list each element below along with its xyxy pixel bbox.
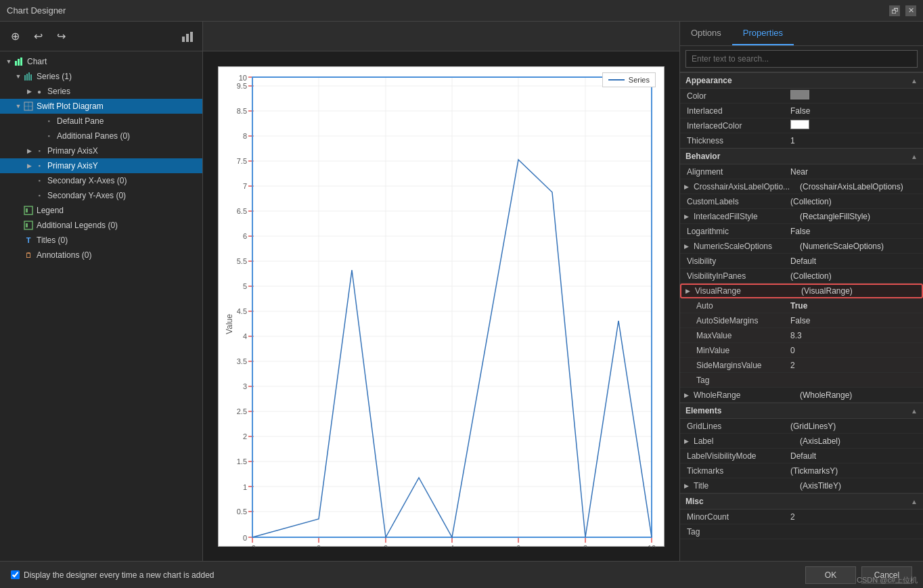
svg-text:2.5: 2.5 [237,407,247,415]
chart-icon [14,56,24,67]
tree-label-series-group: Series (1) [37,72,72,81]
tree-item-additional-panes[interactable]: ▪ Additional Panes (0) [0,129,202,143]
prop-visibility: Visibility Default [680,254,923,269]
tree-arrow-series: ▶ [24,87,34,96]
prop-tag-misc: Tag [680,524,923,539]
legend-line [608,79,625,81]
tree-arrow-swift-plot: ▼ [14,101,23,111]
chart-icon-button[interactable] [178,27,197,46]
tree-item-additional-legends[interactable]: Additional Legends (0) [0,218,202,233]
secondary-x-icon: ▪ [34,175,45,186]
undo-button[interactable]: ↩ [28,27,47,46]
chart-toolbar [203,22,679,51]
svg-text:8.5: 8.5 [237,107,247,115]
watermark: CSDN @c#上位机 [857,575,918,585]
svg-text:6.5: 6.5 [237,207,247,215]
tree-item-swift-plot[interactable]: ▼ Swift Plot Diagram [0,99,202,114]
prop-grid-lines: GridLines (GridLinesY) [680,419,923,434]
tree-arrow-primary-axisx: ▶ [24,146,34,156]
svg-text:2: 2 [384,544,388,547]
svg-text:9.5: 9.5 [237,82,247,90]
svg-text:6: 6 [516,544,520,547]
color-swatch-color[interactable] [790,90,809,99]
tree-item-primary-axisx[interactable]: ▶ ▪ Primary AxisX [0,143,202,158]
tree-item-chart[interactable]: ▼ Chart [0,54,202,69]
close-button[interactable]: ✕ [905,5,916,16]
svg-rect-4 [18,59,20,66]
ok-button[interactable]: OK [805,566,856,584]
svg-rect-0 [182,37,185,42]
svg-text:8: 8 [583,544,587,547]
crosshair-expand[interactable]: ▶ [681,182,691,191]
bottom-bar: Display the designer every time a new ch… [0,561,923,588]
label-expand[interactable]: ▶ [681,436,691,446]
numeric-scale-expand[interactable]: ▶ [681,242,691,251]
interlaced-fill-expand[interactable]: ▶ [681,212,691,221]
tree-label-additional-legends: Additional Legends (0) [37,221,118,230]
svg-rect-16 [26,223,28,227]
add-button[interactable]: ⊕ [5,27,24,46]
svg-text:4: 4 [450,544,454,547]
redo-button[interactable]: ↪ [51,27,70,46]
prop-logarithmic: Logarithmic False [680,224,923,239]
tree-item-primary-axisy[interactable]: ▶ ▪ Primary AxisY [0,158,202,173]
prop-whole-range: ▶ WholeRange (WholeRange) [680,388,923,403]
tab-properties[interactable]: Properties [732,22,794,45]
section-appearance: Appearance ▲ [680,72,923,89]
chart-area: Series Value 0 0.5 [203,51,679,561]
tree-item-series-group[interactable]: ▼ Series (1) [0,69,202,84]
prop-max-value: MaxValue 8.3 [680,328,923,343]
primary-axisx-icon: ▪ [34,145,45,156]
prop-thickness: Thickness 1 [680,133,923,148]
prop-min-value: MinValue 0 [680,343,923,358]
series-group-icon [23,71,34,82]
tree-item-legend[interactable]: Legend [0,203,202,218]
tree-item-series[interactable]: ▶ ● Series [0,84,202,99]
svg-rect-7 [26,74,28,81]
prop-title: ▶ Title (AxisTitleY) [680,478,923,493]
svg-text:6: 6 [243,232,247,240]
svg-rect-14 [26,208,28,212]
svg-text:5: 5 [243,282,247,290]
left-toolbar: ⊕ ↩ ↪ [0,22,202,51]
prop-auto: Auto True [680,298,923,313]
tree-label-series: Series [47,87,70,96]
prop-interlaced-fill-style: ▶ InterlacedFillStyle (RectangleFillStyl… [680,209,923,224]
color-swatch-interlaced[interactable] [790,120,809,129]
tree-item-annotations[interactable]: 🗒 Annotations (0) [0,248,202,263]
whole-range-expand[interactable]: ▶ [681,390,691,400]
svg-text:1: 1 [243,483,247,491]
secondary-y-icon: ▪ [34,190,45,201]
search-input[interactable] [685,50,918,68]
tab-options[interactable]: Options [680,22,732,45]
visual-range-expand[interactable]: ▶ [683,286,692,296]
chart-svg: Value 0 0.5 1 [219,67,665,547]
svg-rect-1 [186,34,189,42]
tree-item-titles[interactable]: T Titles (0) [0,233,202,248]
default-pane-icon: ▪ [43,116,54,127]
prop-tag-visual: Tag [680,373,923,388]
tree-item-secondary-x-axes[interactable]: ▪ Secondary X-Axes (0) [0,173,202,188]
tree-label-swift-plot: Swift Plot Diagram [37,101,104,111]
series-icon: ● [34,86,45,97]
titles-icon: T [23,235,34,246]
title-bar-title: Chart Designer [7,5,66,16]
prop-interlaced: Interlaced False [680,104,923,118]
prop-label-visibility-mode: LabelVisibilityMode Default [680,449,923,463]
svg-text:5.5: 5.5 [237,257,247,265]
tree-item-secondary-y-axes[interactable]: ▪ Secondary Y-Axes (0) [0,188,202,203]
svg-text:0: 0 [317,544,321,547]
title-bar: Chart Designer 🗗 ✕ [0,0,923,22]
prop-crosshair: ▶ CrosshairAxisLabelOptio... (CrosshairA… [680,179,923,194]
display-checkbox[interactable] [11,570,20,579]
primary-axisy-icon: ▪ [34,160,45,171]
title-bar-controls: 🗗 ✕ [889,5,916,16]
title-expand[interactable]: ▶ [681,481,691,491]
minimize-button[interactable]: 🗗 [889,5,900,16]
tree-label-titles: Titles (0) [37,235,68,245]
tree-item-default-pane[interactable]: ▪ Default Pane [0,114,202,129]
svg-rect-8 [28,72,30,81]
svg-text:10: 10 [239,74,247,82]
tree-arrow-chart: ▼ [4,57,14,66]
tree-label-primary-axisx: Primary AxisX [47,146,98,156]
